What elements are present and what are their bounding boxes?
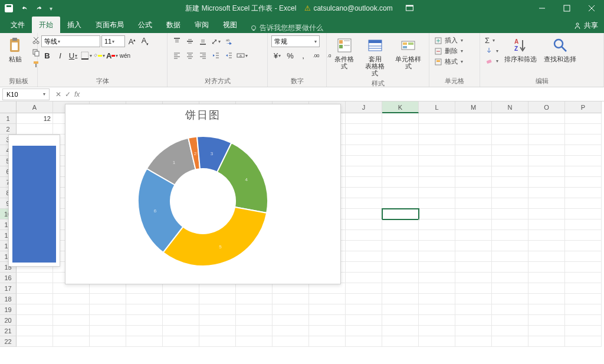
select-all-corner[interactable]: [0, 101, 17, 113]
cell-L2[interactable]: [419, 124, 455, 135]
cell-J20[interactable]: [346, 315, 382, 326]
comma-style-button[interactable]: ,: [297, 50, 309, 61]
cell-P7[interactable]: [565, 177, 602, 188]
tab-home[interactable]: 开始: [32, 17, 60, 33]
cell-K17[interactable]: [382, 283, 419, 294]
cell-N5[interactable]: [492, 156, 528, 166]
cell-J19[interactable]: [346, 304, 382, 315]
cell-A16[interactable]: [17, 273, 53, 283]
cell-J5[interactable]: [346, 156, 382, 166]
cell-M3[interactable]: [455, 135, 492, 145]
cell-I17[interactable]: [309, 283, 346, 294]
row-header-22[interactable]: 22: [0, 336, 17, 347]
cell-P17[interactable]: [565, 283, 602, 294]
cell-G17[interactable]: [236, 283, 273, 294]
cell-O1[interactable]: [528, 113, 565, 124]
cell-N21[interactable]: [492, 326, 528, 336]
cell-H18[interactable]: [273, 294, 309, 304]
row-header-16[interactable]: 16: [0, 273, 17, 283]
cell-J14[interactable]: [346, 251, 382, 262]
cell-O6[interactable]: [528, 166, 565, 177]
cell-I20[interactable]: [309, 315, 346, 326]
cell-K14[interactable]: [382, 251, 419, 262]
cell-L16[interactable]: [419, 273, 455, 283]
cell-L5[interactable]: [419, 156, 455, 166]
cell-A17[interactable]: [17, 283, 53, 294]
bold-button[interactable]: B: [41, 50, 53, 61]
cell-K13[interactable]: [382, 241, 419, 251]
formula-input[interactable]: [83, 88, 604, 100]
cell-N2[interactable]: [492, 124, 528, 135]
tab-data[interactable]: 数据: [159, 17, 188, 33]
redo-button[interactable]: [34, 3, 45, 14]
cell-L22[interactable]: [419, 336, 455, 347]
cell-N19[interactable]: [492, 304, 528, 315]
cell-I19[interactable]: [309, 304, 346, 315]
cell-N6[interactable]: [492, 166, 528, 177]
column-header-O[interactable]: O: [528, 101, 565, 113]
cell-C20[interactable]: [90, 315, 126, 326]
font-color-button[interactable]: A▾: [106, 50, 118, 61]
cell-E20[interactable]: [163, 315, 199, 326]
cell-J10[interactable]: [346, 209, 382, 219]
cell-H21[interactable]: [273, 326, 309, 336]
cell-A22[interactable]: [17, 336, 53, 347]
cell-N18[interactable]: [492, 294, 528, 304]
cell-A18[interactable]: [17, 294, 53, 304]
cell-O12[interactable]: [528, 230, 565, 241]
increase-indent-button[interactable]: [223, 50, 235, 61]
cell-D21[interactable]: [126, 326, 163, 336]
cell-E17[interactable]: [163, 283, 199, 294]
cell-F19[interactable]: [199, 304, 236, 315]
column-header-M[interactable]: M: [455, 101, 492, 113]
accounting-format-button[interactable]: ¥▾: [271, 50, 283, 61]
cell-M10[interactable]: [455, 209, 492, 219]
cell-G21[interactable]: [236, 326, 273, 336]
cell-P13[interactable]: [565, 241, 602, 251]
cell-B22[interactable]: [53, 336, 90, 347]
cell-J13[interactable]: [346, 241, 382, 251]
tab-view[interactable]: 视图: [216, 17, 244, 33]
fill-button[interactable]: ▾: [484, 46, 500, 55]
cell-J11[interactable]: [346, 219, 382, 230]
conditional-formatting-button[interactable]: 条件格式: [330, 35, 359, 71]
cell-I21[interactable]: [309, 326, 346, 336]
cell-L15[interactable]: [419, 262, 455, 273]
cell-O19[interactable]: [528, 304, 565, 315]
cell-A1[interactable]: 12: [17, 113, 53, 124]
cell-K8[interactable]: [382, 188, 419, 198]
cell-L10[interactable]: [419, 209, 455, 219]
cell-P9[interactable]: [565, 198, 602, 209]
cell-M17[interactable]: [455, 283, 492, 294]
cell-P19[interactable]: [565, 304, 602, 315]
cell-M8[interactable]: [455, 188, 492, 198]
cell-B18[interactable]: [53, 294, 90, 304]
cell-L18[interactable]: [419, 294, 455, 304]
cell-F21[interactable]: [199, 326, 236, 336]
cell-A20[interactable]: [17, 315, 53, 326]
tab-file[interactable]: 文件: [4, 17, 32, 33]
cell-M14[interactable]: [455, 251, 492, 262]
donut-slice-E[interactable]: [163, 207, 267, 266]
percent-button[interactable]: %: [284, 50, 296, 61]
cell-N22[interactable]: [492, 336, 528, 347]
cell-K18[interactable]: [382, 294, 419, 304]
cell-M9[interactable]: [455, 198, 492, 209]
cell-E21[interactable]: [163, 326, 199, 336]
align-left-button[interactable]: [171, 50, 183, 61]
cell-L8[interactable]: [419, 188, 455, 198]
cell-J18[interactable]: [346, 294, 382, 304]
column-header-P[interactable]: P: [565, 101, 602, 113]
cell-B20[interactable]: [53, 315, 90, 326]
cell-P6[interactable]: [565, 166, 602, 177]
cell-D19[interactable]: [126, 304, 163, 315]
account-button[interactable]: ⚠ catsulcano@outlook.com: [304, 4, 392, 12]
cell-K10[interactable]: [382, 209, 419, 219]
row-header-19[interactable]: 19: [0, 304, 17, 315]
cell-D18[interactable]: [126, 294, 163, 304]
cell-P5[interactable]: [565, 156, 602, 166]
cell-N7[interactable]: [492, 177, 528, 188]
cell-J12[interactable]: [346, 230, 382, 241]
cell-O5[interactable]: [528, 156, 565, 166]
column-header-A[interactable]: A: [17, 101, 53, 113]
